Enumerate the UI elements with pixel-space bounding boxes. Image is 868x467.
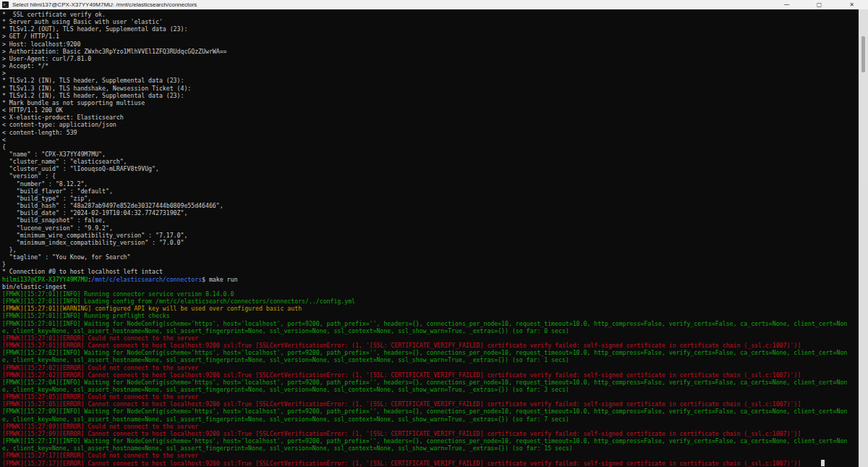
terminal-line: { xyxy=(2,143,868,151)
scrollbar-thumb[interactable] xyxy=(861,36,865,72)
terminal-line: [FMWK][15:27:01][ERROR] Could not connec… xyxy=(2,335,868,342)
terminal-line: e, client_key=None, ssl_assert_hostname=… xyxy=(2,416,868,423)
terminal-line: "tagline" : "You Know, for Search" xyxy=(2,253,868,261)
terminal-line: [FMWK][15:27:01][INFO] Waiting for NodeC… xyxy=(2,320,868,327)
terminal-line: "number" : "8.12.2", xyxy=(2,180,868,188)
terminal-line: * Server auth using Basic with user 'ela… xyxy=(2,18,868,25)
terminal-line: "cluster_name" : "elasticsearch", xyxy=(2,158,868,165)
window-controls: — ▢ ✕ xyxy=(770,0,868,9)
terminal-line: [FMWK][15:27:02][ERROR] Could not connec… xyxy=(2,364,868,371)
terminal-line: [FMWK][15:27:17][ERROR] Could not connec… xyxy=(2,452,868,459)
terminal-output[interactable]: * SSL certificate verify ok.* Server aut… xyxy=(0,9,868,467)
terminal-line: "build_date" : "2024-02-19T10:04:32.7742… xyxy=(2,209,868,216)
scrollbar[interactable] xyxy=(859,9,868,467)
terminal-window: >_ Select hilmi137@CPX-X37YY49M7MU: /mnt… xyxy=(0,0,868,467)
terminal-line: < content-type: application/json xyxy=(2,121,868,128)
terminal-line: "cluster_uuid" : "lIoouqsoQ-mLRAFV8t9VUg… xyxy=(2,165,868,172)
terminal-line: [FMWK][15:27:02][ERROR] Cannot connect t… xyxy=(2,371,868,379)
terminal-line: [FMWK][15:27:17][ERROR] Cannot connect t… xyxy=(2,460,868,467)
terminal-line: "lucene_version" : "9.9.2", xyxy=(2,224,868,232)
window-title: Select hilmi137@CPX-X37YY49M7MU: /mnt/c/… xyxy=(12,1,197,8)
terminal-cursor xyxy=(821,460,825,466)
terminal-line: [FMWK][15:27:05][ERROR] Could not connec… xyxy=(2,393,868,400)
terminal-line: > Accept: */* xyxy=(2,62,868,70)
terminal-line: [FMWK][15:27:01][ERROR] Cannot connect t… xyxy=(2,342,868,349)
terminal-line: [FMWK][15:27:04][INFO] Waiting for NodeC… xyxy=(2,379,868,386)
terminal-line: > User-Agent: curl/7.81.0 xyxy=(2,55,868,62)
terminal-line: "name" : "CPX-X37YY49M7MU", xyxy=(2,151,868,158)
terminal-line: "build_hash" : "48a287ab9497e852de303274… xyxy=(2,202,868,209)
terminal-line: hilmi137@CPX-X37YY49M7MU:/mnt/c/elastics… xyxy=(2,276,868,283)
terminal-line: [FMWK][15:27:09][INFO] Waiting for NodeC… xyxy=(2,408,868,415)
terminal-line: e, client_key=None, ssl_assert_hostname=… xyxy=(2,386,868,393)
terminal-line: * Connection #0 to host localhost left i… xyxy=(2,268,868,275)
terminal-line: * TLSv1.2 (IN), TLS header, Supplemental… xyxy=(2,92,868,99)
terminal-line: }, xyxy=(2,246,868,253)
terminal-line: [FMWK][15:27:01][WARNING] configured API… xyxy=(2,305,868,312)
terminal-line: [FMWK][15:27:09][ERROR] Could not connec… xyxy=(2,423,868,430)
terminal-line: > xyxy=(2,70,868,77)
terminal-line: [FMWK][15:27:01][INFO] Loading config fr… xyxy=(2,298,868,305)
terminal-line: * TLSv1.3 (IN), TLS handshake, Newsessio… xyxy=(2,85,868,92)
terminal-line: > GET / HTTP/1.1 xyxy=(2,33,868,40)
minimize-button[interactable]: — xyxy=(770,0,803,9)
terminal-line: [FMWK][15:27:01][INFO] Running preflight… xyxy=(2,312,868,319)
terminal-line: e, client_key=None, ssl_assert_hostname=… xyxy=(2,445,868,452)
terminal-line: [FMWK][15:27:02][INFO] Waiting for NodeC… xyxy=(2,349,868,356)
close-button[interactable]: ✕ xyxy=(835,0,868,9)
terminal-line: < X-elastic-product: Elasticsearch xyxy=(2,114,868,121)
terminal-line: bin/elastic-ingest xyxy=(2,283,868,290)
terminal-line: "minimum_wire_compatibility_version" : "… xyxy=(2,232,868,239)
terminal-line: * TLSv1.2 (IN), TLS header, Supplemental… xyxy=(2,77,868,84)
terminal-line: e, client_key=None, ssl_assert_hostname=… xyxy=(2,327,868,335)
terminal-line: "version" : { xyxy=(2,172,868,180)
terminal-line: < content-length: 539 xyxy=(2,129,868,136)
terminal-line: > Authorization: Basic ZWxhc3RpYzo1MlhVV… xyxy=(2,48,868,55)
terminal-line: e, client_key=None, ssl_assert_hostname=… xyxy=(2,356,868,363)
terminal-line: [FMWK][15:27:05][ERROR] Cannot connect t… xyxy=(2,400,868,408)
terminal-line: > Host: localhost:9200 xyxy=(2,41,868,48)
terminal-line: "minimum_index_compatibility_version" : … xyxy=(2,239,868,246)
terminal-line: } xyxy=(2,261,868,268)
terminal-line: [FMWK][15:27:01][INFO] Running connector… xyxy=(2,290,868,298)
maximize-button[interactable]: ▢ xyxy=(803,0,835,9)
terminal-line: < xyxy=(2,136,868,143)
terminal-line: "build_snapshot" : false, xyxy=(2,216,868,224)
terminal-line: [FMWK][15:27:09][ERROR] Cannot connect t… xyxy=(2,430,868,437)
terminal-line: * TLSv1.2 (OUT), TLS header, Supplementa… xyxy=(2,25,868,33)
terminal-line: [FMWK][15:27:17][INFO] Waiting for NodeC… xyxy=(2,437,868,445)
terminal-line: * SSL certificate verify ok. xyxy=(2,11,868,18)
terminal-line: * Mark bundle as not supporting multiuse xyxy=(2,99,868,106)
command-prompt-icon: >_ xyxy=(2,1,9,8)
title-bar[interactable]: >_ Select hilmi137@CPX-X37YY49M7MU: /mnt… xyxy=(0,0,868,9)
terminal-line: < HTTP/1.1 200 OK xyxy=(2,106,868,114)
terminal-line: "build_flavor" : "default", xyxy=(2,188,868,195)
terminal-line: "build_type" : "zip", xyxy=(2,195,868,202)
